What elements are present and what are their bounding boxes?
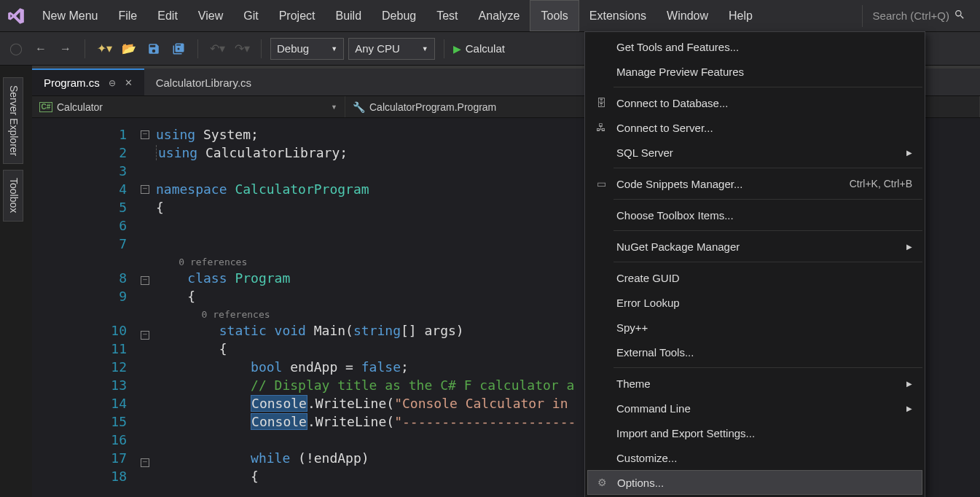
menubar: New MenuFileEditViewGitProjectBuildDebug… (0, 0, 980, 32)
menu-items: New MenuFileEditViewGitProjectBuildDebug… (32, 0, 763, 31)
separator (444, 39, 444, 58)
save-button[interactable] (144, 39, 164, 59)
separator (85, 39, 85, 58)
menu-item-import-and-export-settings[interactable]: Import and Export Settings... (587, 420, 922, 445)
menu-build[interactable]: Build (325, 0, 372, 31)
tools-menu-dropdown: Get Tools and Features...Manage Preview … (584, 31, 925, 497)
menu-extensions[interactable]: Extensions (579, 0, 656, 31)
menu-item-external-tools[interactable]: External Tools... (587, 340, 922, 364)
snip-icon: ▭ (595, 178, 608, 189)
separator (261, 39, 262, 58)
menu-item-command-line[interactable]: Command Line▶ (587, 396, 922, 420)
fold-column: ───── (134, 118, 156, 490)
side-tab-toolbox[interactable]: Toolbox (3, 170, 23, 221)
menu-separator (614, 230, 922, 231)
menu-item-create-guid[interactable]: Create GUID (587, 265, 922, 290)
fold-toggle[interactable]: ─ (141, 185, 149, 194)
wrench-icon: 🔧 (353, 101, 365, 113)
menu-separator (614, 367, 922, 368)
menu-item-choose-toolbox-items[interactable]: Choose Toolbox Items... (587, 203, 922, 227)
fold-toggle[interactable]: ─ (141, 130, 149, 139)
menu-edit[interactable]: Edit (147, 0, 188, 31)
menu-item-code-snippets-manager[interactable]: ▭Code Snippets Manager...Ctrl+K, Ctrl+B (587, 171, 922, 196)
menu-new-menu[interactable]: New Menu (32, 0, 108, 31)
pin-icon[interactable]: ⊖ (109, 78, 116, 88)
menu-item-connect-to-database[interactable]: 🗄Connect to Database... (587, 90, 922, 115)
csharp-icon: C# (39, 102, 52, 112)
menu-test[interactable]: Test (426, 0, 468, 31)
menu-git[interactable]: Git (233, 0, 268, 31)
chevron-down-icon: ▼ (331, 103, 337, 111)
submenu-arrow-icon: ▶ (906, 404, 912, 412)
close-icon[interactable]: ✕ (125, 77, 133, 88)
fold-toggle[interactable]: ─ (141, 458, 149, 467)
menu-item-connect-to-server[interactable]: 🖧Connect to Server... (587, 115, 922, 140)
chevron-down-icon: ▼ (422, 45, 428, 52)
srv-icon: 🖧 (595, 122, 608, 133)
menu-view[interactable]: View (188, 0, 233, 31)
menu-separator (614, 262, 922, 262)
menu-tools[interactable]: Tools (530, 0, 579, 31)
chevron-down-icon: ▼ (331, 45, 337, 52)
undo-button[interactable]: ↶▾ (207, 39, 227, 59)
menu-item-error-lookup[interactable]: Error Lookup (587, 290, 922, 315)
submenu-arrow-icon: ▶ (906, 243, 912, 251)
menu-separator (614, 199, 922, 200)
gear-icon: ⚙ (595, 477, 608, 488)
doc-tab-calculatorlibrary-cs[interactable]: CalculatorLibrary.cs (144, 69, 263, 95)
save-all-button[interactable] (168, 39, 189, 59)
search-placeholder: Search (Ctrl+Q) (873, 9, 949, 22)
submenu-arrow-icon: ▶ (906, 149, 912, 157)
config-combo[interactable]: Debug▼ (270, 38, 344, 60)
menu-debug[interactable]: Debug (372, 0, 426, 31)
line-numbers: 1234567x89x101112131415161718 (32, 118, 134, 490)
menu-help[interactable]: Help (718, 0, 763, 31)
run-button[interactable]: ▶ Calculat (453, 42, 505, 55)
platform-combo[interactable]: Any CPU▼ (348, 38, 435, 60)
menu-file[interactable]: File (108, 0, 147, 31)
scope-combo[interactable]: C# Calculator ▼ (32, 96, 345, 117)
fold-toggle[interactable]: ─ (141, 331, 149, 340)
db-icon: 🗄 (595, 97, 608, 109)
menu-separator (614, 87, 922, 87)
nav-back-button[interactable]: ← (31, 39, 51, 59)
redo-button[interactable]: ↷▾ (232, 39, 252, 59)
menu-item-spy[interactable]: Spy++ (587, 315, 922, 340)
new-item-button[interactable]: ✦▾ (94, 39, 114, 59)
doc-tab-program-cs[interactable]: Program.cs⊖✕ (32, 69, 144, 95)
side-tabs: Server ExplorerToolbox (3, 77, 23, 222)
menu-item-customize[interactable]: Customize... (587, 445, 922, 470)
separator (197, 39, 198, 58)
search-icon (954, 9, 965, 23)
fold-toggle[interactable]: ─ (141, 276, 149, 285)
menu-item-get-tools-and-features[interactable]: Get Tools and Features... (587, 34, 922, 59)
quick-search[interactable]: Search (Ctrl+Q) (862, 5, 974, 27)
menu-item-theme[interactable]: Theme▶ (587, 371, 922, 396)
nav-back-icon: ◯ (6, 39, 26, 59)
menu-window[interactable]: Window (656, 0, 718, 31)
play-icon: ▶ (453, 43, 461, 55)
menu-item-options[interactable]: ⚙Options... (587, 470, 922, 495)
vs-logo-icon (0, 0, 32, 32)
menu-separator (614, 168, 922, 168)
menu-item-nuget-package-manager[interactable]: NuGet Package Manager▶ (587, 234, 922, 259)
side-tab-server-explorer[interactable]: Server Explorer (3, 77, 23, 164)
menu-project[interactable]: Project (269, 0, 326, 31)
submenu-arrow-icon: ▶ (906, 380, 912, 388)
menu-item-manage-preview-features[interactable]: Manage Preview Features (587, 59, 922, 84)
menu-item-sql-server[interactable]: SQL Server▶ (587, 140, 922, 165)
nav-fwd-button[interactable]: → (55, 39, 76, 59)
open-file-button[interactable]: 📂 (119, 39, 139, 59)
menu-analyze[interactable]: Analyze (469, 0, 530, 31)
